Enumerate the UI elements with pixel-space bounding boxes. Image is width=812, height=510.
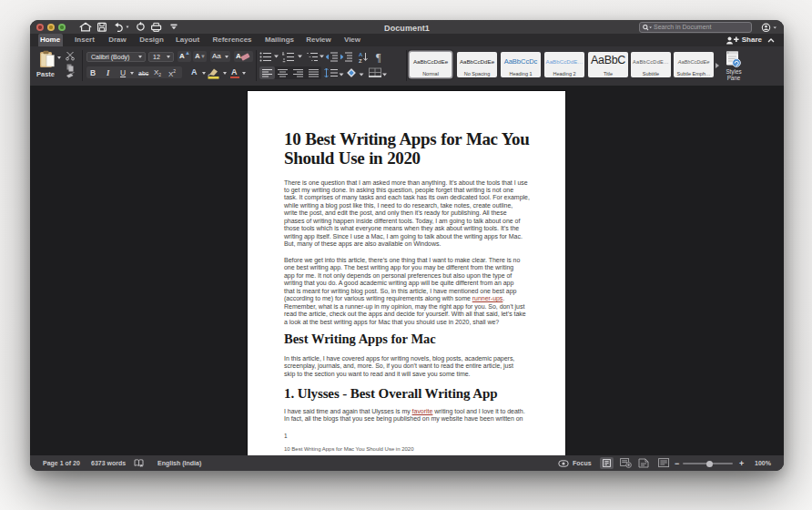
svg-text:A: A [359, 52, 363, 57]
svg-text:¶: ¶ [376, 51, 381, 63]
svg-text:Z: Z [359, 58, 362, 64]
